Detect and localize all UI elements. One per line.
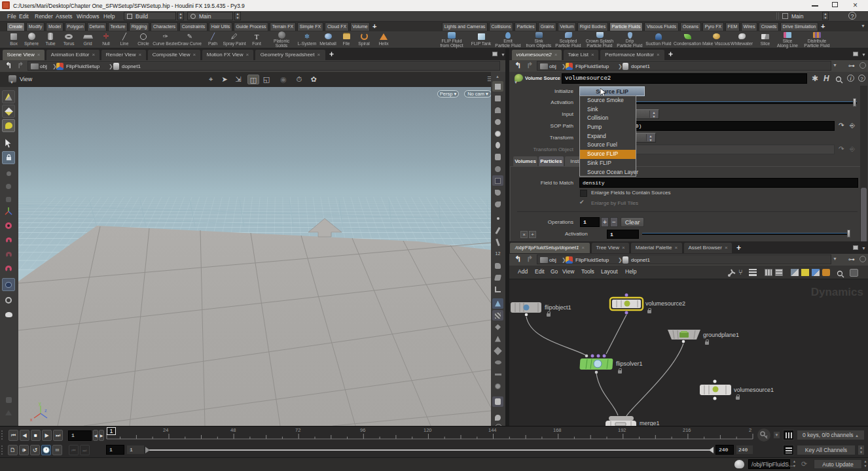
svg-text:x: x: [30, 417, 33, 422]
svg-text:z: z: [45, 408, 47, 413]
svg-text:y: y: [39, 401, 41, 406]
